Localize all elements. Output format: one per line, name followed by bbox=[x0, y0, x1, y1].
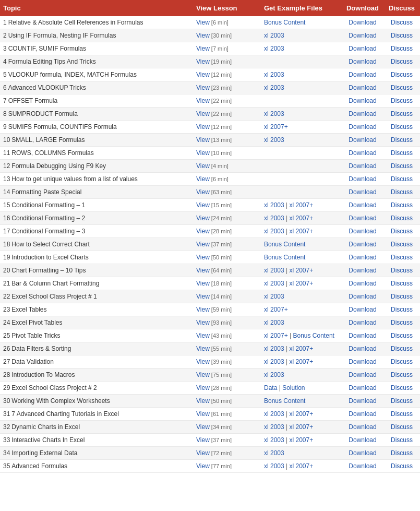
discuss-cell[interactable]: Discuss bbox=[383, 199, 420, 212]
download-cell[interactable]: Download bbox=[342, 251, 383, 264]
file-link[interactable]: xl 2003 bbox=[264, 228, 284, 235]
download-cell[interactable]: Download bbox=[342, 212, 383, 225]
view-link[interactable]: View bbox=[196, 332, 210, 339]
download-cell[interactable]: Download bbox=[342, 55, 383, 68]
discuss-link[interactable]: Discuss bbox=[391, 110, 413, 117]
download-link[interactable]: Download bbox=[349, 97, 376, 104]
discuss-cell[interactable]: Discuss bbox=[383, 186, 420, 199]
file-link[interactable]: xl 2003 bbox=[264, 32, 284, 39]
download-cell[interactable]: Download bbox=[342, 29, 383, 42]
view-cell[interactable]: View [61 min] bbox=[193, 408, 261, 421]
download-cell[interactable]: Download bbox=[342, 460, 383, 473]
view-link[interactable]: View bbox=[196, 306, 210, 313]
view-cell[interactable]: View [6 min] bbox=[193, 16, 261, 29]
download-cell[interactable]: Download bbox=[342, 329, 383, 342]
view-cell[interactable]: View [55 min] bbox=[193, 342, 261, 355]
download-link[interactable]: Download bbox=[349, 267, 376, 274]
download-link[interactable]: Download bbox=[349, 32, 376, 39]
file-link[interactable]: xl 2003 bbox=[264, 423, 284, 431]
file-link[interactable]: xl 2003 bbox=[264, 215, 284, 222]
download-link[interactable]: Download bbox=[349, 280, 376, 287]
download-cell[interactable]: Download bbox=[342, 290, 383, 303]
view-cell[interactable]: View [22 min] bbox=[193, 108, 261, 121]
view-link[interactable]: View bbox=[196, 149, 210, 157]
download-link[interactable]: Download bbox=[349, 162, 376, 170]
view-link[interactable]: View bbox=[196, 58, 210, 65]
file-link[interactable]: xl 2007+ bbox=[290, 462, 314, 470]
download-cell[interactable]: Download bbox=[342, 382, 383, 395]
file-link[interactable]: xl 2003 bbox=[264, 71, 284, 78]
discuss-link[interactable]: Discuss bbox=[391, 358, 413, 365]
view-link[interactable]: View bbox=[196, 97, 210, 104]
view-link[interactable]: View bbox=[196, 45, 210, 52]
file-link[interactable]: Bonus Content bbox=[293, 332, 334, 339]
view-link[interactable]: View bbox=[196, 423, 210, 431]
download-link[interactable]: Download bbox=[349, 319, 376, 326]
file-link[interactable]: xl 2003 bbox=[264, 280, 284, 287]
download-link[interactable]: Download bbox=[349, 462, 376, 470]
file-link[interactable]: xl 2003 bbox=[264, 84, 284, 91]
discuss-link[interactable]: Discuss bbox=[391, 45, 413, 52]
file-link[interactable]: xl 2003 bbox=[264, 410, 284, 418]
discuss-link[interactable]: Discuss bbox=[391, 19, 413, 26]
discuss-cell[interactable]: Discuss bbox=[383, 408, 420, 421]
download-cell[interactable]: Download bbox=[342, 264, 383, 277]
discuss-link[interactable]: Discuss bbox=[391, 436, 413, 444]
view-cell[interactable]: View [64 min] bbox=[193, 264, 261, 277]
view-cell[interactable]: View [10 min] bbox=[193, 147, 261, 160]
view-link[interactable]: View bbox=[196, 241, 210, 248]
view-link[interactable]: View bbox=[196, 267, 210, 274]
download-link[interactable]: Download bbox=[349, 201, 376, 209]
view-cell[interactable]: View [7 min] bbox=[193, 42, 261, 55]
view-link[interactable]: View bbox=[196, 123, 210, 130]
download-link[interactable]: Download bbox=[349, 188, 376, 196]
download-link[interactable]: Download bbox=[349, 84, 376, 91]
download-cell[interactable]: Download bbox=[342, 160, 383, 173]
view-cell[interactable]: View [23 min] bbox=[193, 81, 261, 94]
download-link[interactable]: Download bbox=[349, 241, 376, 248]
discuss-cell[interactable]: Discuss bbox=[383, 342, 420, 355]
view-cell[interactable]: View [72 min] bbox=[193, 447, 261, 460]
discuss-cell[interactable]: Discuss bbox=[383, 460, 420, 473]
discuss-cell[interactable]: Discuss bbox=[383, 421, 420, 434]
discuss-link[interactable]: Discuss bbox=[391, 267, 413, 274]
discuss-link[interactable]: Discuss bbox=[391, 58, 413, 65]
discuss-link[interactable]: Discuss bbox=[391, 71, 413, 78]
download-cell[interactable]: Download bbox=[342, 447, 383, 460]
file-link[interactable]: xl 2003 bbox=[264, 345, 284, 352]
view-link[interactable]: View bbox=[196, 462, 210, 470]
file-link[interactable]: xl 2003 bbox=[264, 449, 284, 457]
download-link[interactable]: Download bbox=[349, 123, 376, 130]
view-link[interactable]: View bbox=[196, 449, 210, 457]
discuss-link[interactable]: Discuss bbox=[391, 97, 413, 104]
download-cell[interactable]: Download bbox=[342, 355, 383, 369]
discuss-cell[interactable]: Discuss bbox=[383, 81, 420, 94]
discuss-cell[interactable]: Discuss bbox=[383, 55, 420, 68]
view-link[interactable]: View bbox=[196, 410, 210, 418]
download-cell[interactable]: Download bbox=[342, 121, 383, 134]
discuss-link[interactable]: Discuss bbox=[391, 319, 413, 326]
discuss-link[interactable]: Discuss bbox=[391, 423, 413, 431]
download-cell[interactable]: Download bbox=[342, 94, 383, 108]
discuss-link[interactable]: Discuss bbox=[391, 371, 413, 378]
download-cell[interactable]: Download bbox=[342, 147, 383, 160]
file-link[interactable]: xl 2007+ bbox=[290, 280, 314, 287]
file-link[interactable]: xl 2007+ bbox=[290, 410, 314, 418]
file-link[interactable]: xl 2003 bbox=[264, 319, 284, 326]
file-link[interactable]: Bonus Content bbox=[264, 19, 305, 26]
discuss-link[interactable]: Discuss bbox=[391, 397, 413, 405]
download-link[interactable]: Download bbox=[349, 58, 376, 65]
view-cell[interactable]: View [34 min] bbox=[193, 421, 261, 434]
file-link[interactable]: xl 2003 bbox=[264, 267, 284, 274]
download-link[interactable]: Download bbox=[349, 215, 376, 222]
view-cell[interactable]: View [93 min] bbox=[193, 316, 261, 329]
view-link[interactable]: View bbox=[196, 175, 210, 183]
view-cell[interactable]: View [15 min] bbox=[193, 199, 261, 212]
download-cell[interactable]: Download bbox=[342, 238, 383, 251]
discuss-cell[interactable]: Discuss bbox=[383, 355, 420, 369]
file-link[interactable]: xl 2003 bbox=[264, 358, 284, 365]
discuss-cell[interactable]: Discuss bbox=[383, 225, 420, 238]
download-cell[interactable]: Download bbox=[342, 342, 383, 355]
discuss-link[interactable]: Discuss bbox=[391, 384, 413, 391]
download-cell[interactable]: Download bbox=[342, 186, 383, 199]
